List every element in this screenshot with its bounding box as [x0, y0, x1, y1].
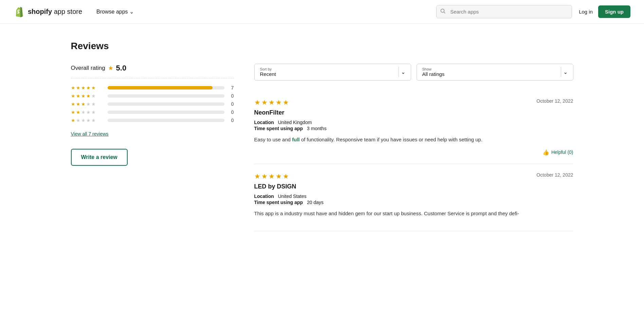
review-2-location: Location United States — [254, 194, 573, 199]
svg-line-1 — [444, 12, 445, 13]
review-1-helpful-link[interactable]: 👍 Helpful (0) — [542, 149, 573, 156]
bar-count-3: 0 — [227, 101, 234, 107]
review-1-time: Time spent using app 3 months — [254, 126, 573, 131]
overall-rating: Overall rating ★ 5.0 — [71, 64, 234, 78]
review-2-time: Time spent using app 20 days — [254, 200, 573, 205]
header: shopify app store Browse apps ⌄ Log in S… — [0, 0, 644, 24]
show-chevron-icon: ⌄ — [563, 69, 568, 75]
review-1-meta: Location United Kingdom Time spent using… — [254, 120, 573, 131]
thumbs-up-icon: 👍 — [542, 149, 549, 156]
login-button[interactable]: Log in — [579, 9, 593, 15]
4-stars: ★ ★ ★ ★ ★ — [71, 93, 105, 99]
right-panel: Sort by Recent ⌄ Show All ratings — [254, 64, 573, 231]
left-panel: Overall rating ★ 5.0 ★ ★ ★ ★ ★ — [71, 64, 234, 231]
browse-apps-button[interactable]: Browse apps ⌄ — [92, 6, 138, 18]
show-divider — [561, 67, 561, 77]
chevron-down-icon: ⌄ — [129, 8, 134, 15]
review-1-stars: ★ ★ ★ ★ ★ — [254, 98, 289, 106]
review-1-location: Location United Kingdom — [254, 120, 573, 125]
review-1-highlight: full — [292, 137, 300, 142]
rating-row-4: ★ ★ ★ ★ ★ 0 — [71, 93, 234, 99]
header-actions: Log in Sign up — [579, 5, 630, 18]
bar-track-1 — [108, 119, 224, 122]
review-card-1: ★ ★ ★ ★ ★ October 12, 2022 NeonFilter Lo… — [254, 90, 573, 164]
search-icon — [440, 8, 446, 15]
overall-star-icon: ★ — [108, 64, 113, 72]
shopify-logo-icon — [14, 6, 26, 18]
sort-chevron-icon: ⌄ — [401, 69, 405, 75]
review-1-date: October 12, 2022 — [536, 98, 573, 104]
bar-count-2: 0 — [227, 109, 234, 115]
search-input[interactable] — [436, 5, 572, 18]
logo[interactable]: shopify app store — [14, 6, 82, 18]
bar-count-1: 0 — [227, 118, 234, 123]
reviews-heading: Reviews — [71, 41, 573, 52]
bar-track-4 — [108, 94, 224, 98]
2-stars: ★ ★ ★ ★ ★ — [71, 109, 105, 115]
review-2-header: ★ ★ ★ ★ ★ October 12, 2022 — [254, 172, 573, 180]
3-stars: ★ ★ ★ ★ ★ — [71, 101, 105, 107]
show-select[interactable]: Show All ratings ⌄ — [417, 64, 573, 81]
logo-text: shopify app store — [28, 8, 82, 16]
sort-divider — [399, 67, 399, 77]
bar-count-4: 0 — [227, 93, 234, 99]
bar-track-3 — [108, 102, 224, 106]
signup-button[interactable]: Sign up — [598, 5, 630, 18]
sort-by-value: Recent — [260, 71, 276, 77]
1-stars: ★ ★ ★ ★ ★ — [71, 118, 105, 123]
write-review-button[interactable]: Write a review — [71, 149, 128, 166]
rating-row-1: ★ ★ ★ ★ ★ 0 — [71, 118, 234, 123]
sort-by-select[interactable]: Sort by Recent ⌄ — [254, 64, 411, 81]
search-wrapper — [436, 5, 572, 18]
bar-track-5 — [108, 86, 224, 89]
review-2-name: LED by DSIGN — [254, 183, 573, 190]
sort-by-label: Sort by — [260, 67, 276, 71]
bar-fill-5 — [108, 86, 213, 89]
show-label: Show — [422, 67, 445, 71]
review-1-text: Easy to use and full of functionality. R… — [254, 136, 573, 144]
review-2-date: October 12, 2022 — [536, 172, 573, 178]
review-2-text: This app is a industry must have and hid… — [254, 210, 573, 218]
bar-track-2 — [108, 111, 224, 114]
5-stars: ★ ★ ★ ★ ★ — [71, 85, 105, 91]
rating-row-3: ★ ★ ★ ★ ★ 0 — [71, 101, 234, 107]
review-2-meta: Location United States Time spent using … — [254, 194, 573, 205]
reviews-layout: Overall rating ★ 5.0 ★ ★ ★ ★ ★ — [71, 64, 573, 231]
overall-rating-label: Overall rating — [71, 65, 105, 72]
review-1-header: ★ ★ ★ ★ ★ October 12, 2022 — [254, 98, 573, 106]
rating-row-2: ★ ★ ★ ★ ★ 0 — [71, 109, 234, 115]
review-card-2: ★ ★ ★ ★ ★ October 12, 2022 LED by DSIGN … — [254, 164, 573, 232]
show-value: All ratings — [422, 71, 445, 77]
rating-bars: ★ ★ ★ ★ ★ 7 ★ ★ ★ — [71, 85, 234, 123]
review-1-helpful-label: Helpful (0) — [551, 149, 573, 155]
review-2-stars: ★ ★ ★ ★ ★ — [254, 172, 289, 180]
main-content: Reviews Overall rating ★ 5.0 ★ ★ ★ ★ ★ — [51, 24, 594, 248]
review-1-helpful: 👍 Helpful (0) — [254, 149, 573, 156]
rating-row-5: ★ ★ ★ ★ ★ 7 — [71, 85, 234, 91]
view-all-reviews-link[interactable]: View all 7 reviews — [71, 131, 234, 137]
filter-row: Sort by Recent ⌄ Show All ratings — [254, 64, 573, 81]
review-1-name: NeonFilter — [254, 109, 573, 116]
overall-score: 5.0 — [116, 64, 127, 73]
bar-count-5: 7 — [227, 85, 234, 91]
